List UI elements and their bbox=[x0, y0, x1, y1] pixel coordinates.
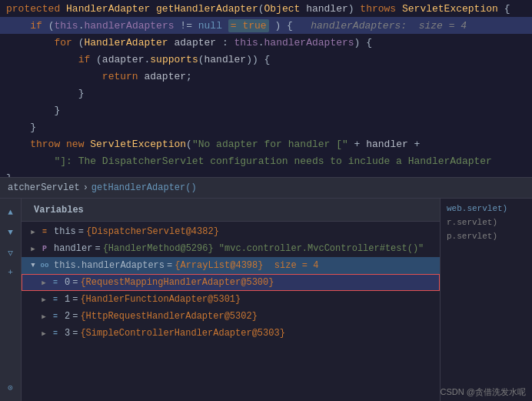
kw-if: if bbox=[30, 20, 42, 32]
var-val-ha: {ArrayList@4398} size = 4 bbox=[175, 260, 318, 271]
var-row-item3[interactable]: ▶ = 3 = {SimpleControllerHandlerAdapter@… bbox=[22, 325, 440, 342]
p7: )) { bbox=[246, 54, 270, 65]
add-icon[interactable]: + bbox=[3, 265, 18, 280]
expand-item3: ▶ bbox=[38, 328, 49, 339]
indent2 bbox=[6, 37, 54, 48]
p4: ) { bbox=[354, 37, 372, 48]
var-name-item2: 2 bbox=[65, 311, 70, 322]
p-adapter2: adapter bbox=[102, 54, 145, 65]
colon: : bbox=[222, 37, 228, 48]
variables-title: Variables bbox=[28, 202, 90, 219]
var-this: this bbox=[54, 20, 78, 32]
var-row-this[interactable]: ▶ = this = {DispatcherServlet@4382} bbox=[22, 223, 440, 240]
var-eq-item3: = bbox=[72, 328, 78, 339]
kw-throws: throws bbox=[360, 3, 396, 15]
indent9 bbox=[6, 155, 54, 167]
code-line-6: } bbox=[0, 85, 532, 102]
kw-new: new bbox=[66, 139, 84, 150]
right-panel-item-3[interactable]: p.servlet) bbox=[441, 229, 532, 243]
plain-paren: ( bbox=[48, 20, 55, 32]
expand-handlerAdapters: ▼ bbox=[28, 260, 38, 271]
indent3 bbox=[6, 54, 78, 65]
item-icon-3: = bbox=[49, 328, 62, 339]
var-row-item1[interactable]: ▶ = 1 = {HandlerFunctionAdapter@5301} bbox=[22, 291, 440, 308]
indent4 bbox=[6, 71, 102, 82]
t-ServletException: ServletException bbox=[90, 139, 186, 150]
watermark: CSDN @贪借洗发水呢 bbox=[441, 386, 526, 398]
v-this: this bbox=[234, 37, 258, 48]
brace-open: { bbox=[504, 3, 510, 15]
breadcrumb-bar: atcherServlet › getHandlerAdapter() bbox=[0, 177, 532, 199]
kw-protected: protected bbox=[6, 3, 60, 15]
var-eq-this: = bbox=[78, 226, 84, 237]
fn-getHandlerAdapter: getHandlerAdapter bbox=[156, 3, 258, 15]
this-icon: = bbox=[38, 226, 51, 237]
fn-supports: supports bbox=[150, 54, 198, 65]
var-val-item1: {HandlerFunctionAdapter@5301} bbox=[80, 294, 241, 305]
right-panel-item-1[interactable]: web.servlet) bbox=[441, 202, 532, 216]
var-row-handlerAdapters[interactable]: ▼ oo this.handlerAdapters = {ArrayList@4… bbox=[22, 257, 440, 274]
code-line-11: } bbox=[0, 169, 532, 177]
kw-return: return bbox=[102, 71, 138, 82]
code-line-8: } bbox=[0, 119, 532, 135]
debug-toolbar: Variables bbox=[22, 199, 440, 222]
plain-paren2: ) bbox=[274, 20, 281, 32]
code-editor: protected HandlerAdapter getHandlerAdapt… bbox=[0, 0, 532, 177]
kw-throw: throw bbox=[30, 139, 60, 150]
variables-area[interactable]: ▶ = this = {DispatcherServlet@4382} ▶ P … bbox=[22, 222, 440, 401]
c1: } bbox=[78, 88, 85, 99]
debug-content: Variables ▶ = this = {DispatcherServlet@… bbox=[22, 199, 440, 401]
expand-item0: ▶ bbox=[38, 277, 49, 288]
p6: ( bbox=[198, 54, 204, 65]
paren-open: ( bbox=[258, 3, 264, 15]
kw-if2: if bbox=[78, 54, 91, 65]
debug-icon[interactable]: ⊙ bbox=[3, 379, 18, 395]
str-the: "]: The DispatcherServlet configuration … bbox=[54, 155, 492, 167]
var-name-item1: 1 bbox=[65, 294, 70, 305]
breadcrumb-item: getHandlerAdapter() bbox=[91, 182, 197, 193]
filter-icon[interactable]: ▽ bbox=[3, 245, 18, 260]
code-line-10: "]: The DispatcherServlet configuration … bbox=[0, 152, 532, 169]
var-val-item3: {SimpleControllerHandlerAdapter@5303} bbox=[80, 328, 284, 339]
var-eq-ha: = bbox=[167, 260, 172, 271]
item-icon-2: = bbox=[49, 311, 62, 322]
var-row-handler[interactable]: ▶ P handler = {HandlerMethod@5296} "mvc.… bbox=[22, 240, 440, 257]
p-adapter: adapter bbox=[174, 37, 216, 48]
breadcrumb-sep: › bbox=[83, 182, 88, 193]
code-line-1: protected HandlerAdapter getHandlerAdapt… bbox=[0, 0, 532, 17]
indent8 bbox=[6, 139, 30, 150]
dot2: . bbox=[258, 37, 264, 48]
p-handler2: handler bbox=[204, 54, 247, 65]
var-name-this: this bbox=[54, 226, 76, 237]
code-line-9: throw new ServletException ( "No adapter… bbox=[0, 135, 532, 152]
arrow-up-icon[interactable]: ▲ bbox=[3, 205, 18, 220]
p-adapter3: adapter bbox=[144, 71, 186, 82]
right-panel: web.servlet) r.servlet) p.servlet) bbox=[440, 199, 532, 401]
item-icon-1: = bbox=[49, 294, 62, 305]
c4: } bbox=[6, 172, 12, 178]
c2: } bbox=[54, 105, 60, 116]
plain-brace: { bbox=[287, 20, 293, 32]
p5: ( bbox=[96, 54, 102, 65]
left-sidebar: ▲ ▼ ▽ + ⊙ bbox=[0, 199, 22, 401]
expand-this: ▶ bbox=[28, 226, 38, 237]
type-ServletException: ServletException bbox=[402, 3, 498, 15]
debug-comment: handlerAdapters: size = 4 bbox=[293, 20, 467, 32]
code-line-4: if ( adapter . supports ( handler )) { bbox=[0, 51, 532, 68]
arrow-down-icon[interactable]: ▼ bbox=[3, 225, 18, 240]
var-handlerAdapters: handlerAdapters bbox=[84, 20, 174, 32]
paren-close: ) bbox=[348, 3, 354, 15]
kw-for: for bbox=[54, 37, 71, 48]
code-line-3: for ( HandlerAdapter adapter : this . ha… bbox=[0, 34, 532, 51]
var-row-item2[interactable]: ▶ = 2 = {HttpRequestHandlerAdapter@5302} bbox=[22, 308, 440, 325]
plain-neq: != bbox=[180, 20, 192, 32]
code-line-5: return adapter ; bbox=[0, 68, 532, 85]
p-icon-handler: P bbox=[38, 243, 51, 254]
arr-icon-ha: oo bbox=[38, 260, 51, 271]
code-line-2: if ( this . handlerAdapters != null = tr… bbox=[0, 17, 532, 34]
var-name-item0: 0 bbox=[65, 277, 70, 288]
var-row-item0[interactable]: ▶ = 0 = {RequestMappingHandlerAdapter@53… bbox=[22, 274, 440, 291]
v-hAdapters: handlerAdapters bbox=[264, 37, 354, 48]
c3: } bbox=[30, 122, 36, 133]
right-panel-item-2[interactable]: r.servlet) bbox=[441, 216, 532, 229]
